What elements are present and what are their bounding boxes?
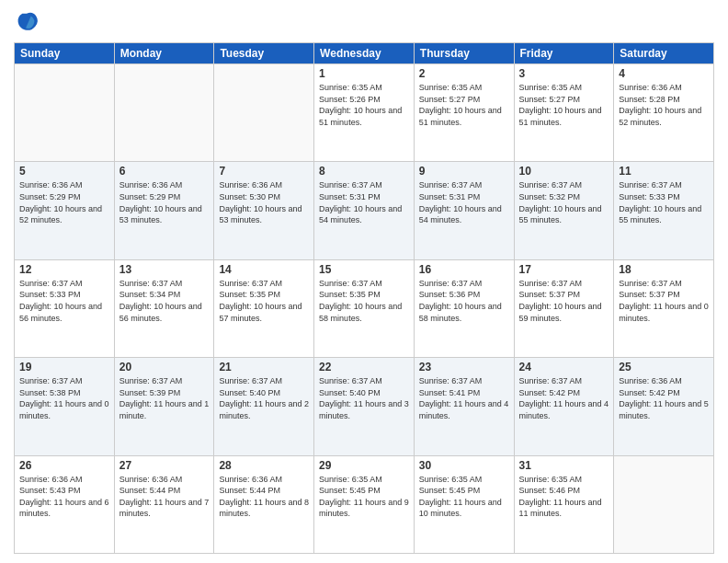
day-info: Sunrise: 6:37 AMSunset: 5:38 PMDaylight:…	[19, 375, 109, 421]
day-number: 27	[119, 459, 210, 472]
day-info: Sunrise: 6:37 AMSunset: 5:31 PMDaylight:…	[419, 179, 509, 225]
day-cell: 29Sunrise: 6:35 AMSunset: 5:45 PMDayligh…	[314, 455, 415, 553]
day-info: Sunrise: 6:36 AMSunset: 5:28 PMDaylight:…	[619, 82, 709, 128]
day-info: Sunrise: 6:35 AMSunset: 5:46 PMDaylight:…	[519, 474, 609, 520]
day-info: Sunrise: 6:36 AMSunset: 5:43 PMDaylight:…	[19, 474, 109, 520]
day-number: 2	[419, 67, 509, 80]
day-info: Sunrise: 6:36 AMSunset: 5:44 PMDaylight:…	[119, 474, 210, 520]
day-number: 21	[219, 361, 309, 373]
day-cell: 10Sunrise: 6:37 AMSunset: 5:32 PMDayligh…	[514, 162, 614, 259]
calendar-table: SundayMondayTuesdayWednesdayThursdayFrid…	[14, 42, 714, 554]
day-cell: 12Sunrise: 6:37 AMSunset: 5:33 PMDayligh…	[15, 259, 115, 357]
day-cell: 9Sunrise: 6:37 AMSunset: 5:31 PMDaylight…	[414, 162, 514, 259]
week-row-2: 5Sunrise: 6:36 AMSunset: 5:29 PMDaylight…	[15, 162, 714, 259]
day-number: 6	[119, 165, 210, 178]
day-cell: 24Sunrise: 6:37 AMSunset: 5:42 PMDayligh…	[514, 358, 614, 455]
day-info: Sunrise: 6:36 AMSunset: 5:29 PMDaylight:…	[119, 179, 210, 225]
day-cell	[15, 64, 115, 162]
day-info: Sunrise: 6:37 AMSunset: 5:37 PMDaylight:…	[519, 278, 609, 324]
weekday-header-thursday: Thursday	[414, 43, 514, 64]
day-cell: 4Sunrise: 6:36 AMSunset: 5:28 PMDaylight…	[614, 64, 714, 162]
weekday-header-sunday: Sunday	[15, 43, 115, 64]
day-info: Sunrise: 6:37 AMSunset: 5:36 PMDaylight:…	[419, 278, 509, 324]
day-cell: 15Sunrise: 6:37 AMSunset: 5:35 PMDayligh…	[314, 259, 415, 357]
day-cell: 25Sunrise: 6:36 AMSunset: 5:42 PMDayligh…	[614, 358, 714, 455]
day-cell: 21Sunrise: 6:37 AMSunset: 5:40 PMDayligh…	[214, 358, 314, 455]
day-number: 14	[219, 263, 309, 276]
day-cell	[614, 455, 714, 553]
day-number: 24	[519, 361, 609, 373]
day-info: Sunrise: 6:37 AMSunset: 5:37 PMDaylight:…	[619, 278, 709, 324]
calendar-page: SundayMondayTuesdayWednesdayThursdayFrid…	[0, 0, 728, 563]
weekday-header-tuesday: Tuesday	[214, 43, 314, 64]
weekday-header-monday: Monday	[114, 43, 214, 64]
day-info: Sunrise: 6:36 AMSunset: 5:29 PMDaylight:…	[19, 179, 109, 225]
logo-icon	[14, 9, 40, 35]
day-number: 28	[219, 459, 309, 472]
day-number: 8	[319, 165, 409, 178]
day-cell: 19Sunrise: 6:37 AMSunset: 5:38 PMDayligh…	[15, 358, 115, 455]
day-cell: 23Sunrise: 6:37 AMSunset: 5:41 PMDayligh…	[414, 358, 514, 455]
day-info: Sunrise: 6:36 AMSunset: 5:30 PMDaylight:…	[219, 179, 309, 225]
day-info: Sunrise: 6:36 AMSunset: 5:42 PMDaylight:…	[619, 375, 709, 421]
day-info: Sunrise: 6:37 AMSunset: 5:32 PMDaylight:…	[519, 179, 609, 225]
day-info: Sunrise: 6:37 AMSunset: 5:33 PMDaylight:…	[19, 278, 109, 324]
week-row-4: 19Sunrise: 6:37 AMSunset: 5:38 PMDayligh…	[15, 358, 714, 455]
day-number: 26	[19, 459, 109, 472]
day-info: Sunrise: 6:37 AMSunset: 5:40 PMDaylight:…	[219, 375, 309, 421]
day-cell: 27Sunrise: 6:36 AMSunset: 5:44 PMDayligh…	[114, 455, 214, 553]
day-info: Sunrise: 6:37 AMSunset: 5:31 PMDaylight:…	[319, 179, 409, 225]
day-cell: 30Sunrise: 6:35 AMSunset: 5:45 PMDayligh…	[414, 455, 514, 553]
day-cell: 8Sunrise: 6:37 AMSunset: 5:31 PMDaylight…	[314, 162, 415, 259]
day-number: 29	[319, 459, 409, 472]
day-number: 23	[419, 361, 509, 373]
day-number: 4	[619, 67, 709, 80]
day-info: Sunrise: 6:37 AMSunset: 5:34 PMDaylight:…	[119, 278, 210, 324]
day-info: Sunrise: 6:36 AMSunset: 5:44 PMDaylight:…	[219, 474, 309, 520]
day-number: 19	[19, 361, 109, 373]
day-cell: 26Sunrise: 6:36 AMSunset: 5:43 PMDayligh…	[15, 455, 115, 553]
weekday-header-friday: Friday	[514, 43, 614, 64]
day-cell: 17Sunrise: 6:37 AMSunset: 5:37 PMDayligh…	[514, 259, 614, 357]
day-cell: 5Sunrise: 6:36 AMSunset: 5:29 PMDaylight…	[15, 162, 115, 259]
week-row-5: 26Sunrise: 6:36 AMSunset: 5:43 PMDayligh…	[15, 455, 714, 553]
weekday-header-saturday: Saturday	[614, 43, 714, 64]
day-number: 11	[619, 165, 709, 178]
day-cell: 1Sunrise: 6:35 AMSunset: 5:26 PMDaylight…	[314, 64, 415, 162]
day-number: 18	[619, 263, 709, 276]
day-cell	[214, 64, 314, 162]
day-number: 9	[419, 165, 509, 178]
day-number: 20	[119, 361, 210, 373]
day-cell: 3Sunrise: 6:35 AMSunset: 5:27 PMDaylight…	[514, 64, 614, 162]
day-info: Sunrise: 6:35 AMSunset: 5:26 PMDaylight:…	[319, 82, 409, 128]
day-number: 3	[519, 67, 609, 80]
day-info: Sunrise: 6:35 AMSunset: 5:27 PMDaylight:…	[519, 82, 609, 128]
day-number: 30	[419, 459, 509, 472]
day-cell: 16Sunrise: 6:37 AMSunset: 5:36 PMDayligh…	[414, 259, 514, 357]
day-number: 12	[19, 263, 109, 276]
day-number: 5	[19, 165, 109, 178]
day-info: Sunrise: 6:37 AMSunset: 5:39 PMDaylight:…	[119, 375, 210, 421]
day-cell: 14Sunrise: 6:37 AMSunset: 5:35 PMDayligh…	[214, 259, 314, 357]
day-info: Sunrise: 6:37 AMSunset: 5:40 PMDaylight:…	[319, 375, 409, 421]
day-cell: 6Sunrise: 6:36 AMSunset: 5:29 PMDaylight…	[114, 162, 214, 259]
day-cell: 2Sunrise: 6:35 AMSunset: 5:27 PMDaylight…	[414, 64, 514, 162]
day-info: Sunrise: 6:37 AMSunset: 5:42 PMDaylight:…	[519, 375, 609, 421]
day-cell: 22Sunrise: 6:37 AMSunset: 5:40 PMDayligh…	[314, 358, 415, 455]
day-info: Sunrise: 6:37 AMSunset: 5:33 PMDaylight:…	[619, 179, 709, 225]
weekday-header-row: SundayMondayTuesdayWednesdayThursdayFrid…	[15, 43, 714, 64]
day-number: 10	[519, 165, 609, 178]
day-cell: 31Sunrise: 6:35 AMSunset: 5:46 PMDayligh…	[514, 455, 614, 553]
day-number: 16	[419, 263, 509, 276]
day-info: Sunrise: 6:37 AMSunset: 5:35 PMDaylight:…	[319, 278, 409, 324]
day-number: 17	[519, 263, 609, 276]
day-info: Sunrise: 6:37 AMSunset: 5:35 PMDaylight:…	[219, 278, 309, 324]
logo	[14, 9, 43, 35]
day-cell: 7Sunrise: 6:36 AMSunset: 5:30 PMDaylight…	[214, 162, 314, 259]
day-cell	[114, 64, 214, 162]
day-number: 15	[319, 263, 409, 276]
day-cell: 28Sunrise: 6:36 AMSunset: 5:44 PMDayligh…	[214, 455, 314, 553]
day-cell: 11Sunrise: 6:37 AMSunset: 5:33 PMDayligh…	[614, 162, 714, 259]
day-number: 25	[619, 361, 709, 373]
day-info: Sunrise: 6:37 AMSunset: 5:41 PMDaylight:…	[419, 375, 509, 421]
